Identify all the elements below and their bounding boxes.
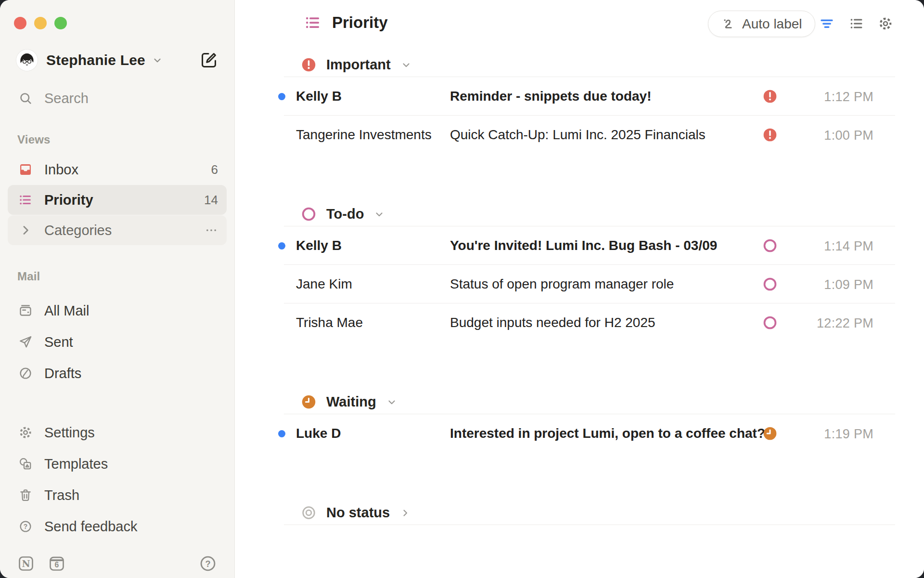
templates-icon [18,457,33,471]
inbox-icon [18,162,33,177]
group-header-no-status[interactable]: No status [284,501,895,525]
sidebar-item-inbox[interactable]: Inbox 6 [8,155,227,184]
todo-status-icon [301,206,317,222]
email-sender: Tangerine Investments [284,127,450,143]
chevron-right-icon[interactable] [399,507,411,519]
sidebar-item-all-mail[interactable]: All Mail [8,296,227,326]
views-section-label: Views [17,133,51,146]
avatar [16,50,38,71]
email-time: 1:19 PM [824,427,873,442]
todo-status-icon[interactable] [762,238,778,253]
send-icon [18,335,33,349]
todo-status-icon[interactable] [762,315,778,330]
user-name: Stephanie Lee [46,52,145,68]
email-list: Important Kelly B Reminder - snippets du… [284,0,895,578]
group-label: No status [326,505,390,521]
account-switcher[interactable]: Stephanie Lee [16,48,220,72]
sidebar-item-settings[interactable]: Settings [8,418,227,447]
group-no-status: No status [284,501,895,525]
minimize-window-button[interactable] [34,17,47,29]
svg-text:N: N [22,558,30,569]
sidebar-item-label: Send feedback [44,519,137,535]
unread-dot [278,242,285,250]
email-row[interactable]: Trisha Mae Budget inputs needed for H2 2… [284,303,895,342]
group-todo: To-do Kelly B You're Invited! Lumi Inc. … [284,202,895,342]
close-window-button[interactable] [14,17,26,29]
priority-list-icon [18,193,33,207]
email-row[interactable]: Kelly B Reminder - snippets due today! 1… [284,77,895,116]
all-mail-icon [18,303,33,318]
search-placeholder: Search [44,91,89,106]
sidebar-item-label: Templates [44,456,108,472]
compose-icon[interactable] [200,51,218,69]
group-label: Waiting [326,394,376,410]
search-field[interactable]: Search [18,88,89,109]
window-controls [14,17,67,29]
question-circle-icon: ? [18,519,33,534]
email-time: 1:12 PM [824,90,873,105]
email-time: 1:14 PM [824,239,873,254]
svg-text:?: ? [205,559,210,569]
email-time: 1:09 PM [824,277,873,292]
gear-icon [18,425,33,440]
sidebar-item-templates[interactable]: Templates [8,449,227,479]
sidebar-item-trash[interactable]: Trash [8,480,227,510]
waiting-status-icon[interactable] [762,426,778,441]
sidebar-item-send-feedback[interactable]: ? Send feedback [8,512,227,541]
group-header-todo[interactable]: To-do [284,202,895,226]
sidebar: Stephanie Lee Search Views Inbox 6 Prio [0,0,235,578]
todo-status-icon[interactable] [762,276,778,292]
email-sender: Kelly B [284,89,450,104]
group-important: Important Kelly B Reminder - snippets du… [284,53,895,154]
sidebar-item-label: Inbox [44,162,78,178]
group-header-important[interactable]: Important [284,53,895,77]
notion-logo-icon[interactable]: N [17,555,35,572]
sidebar-item-label: Trash [44,487,79,503]
sidebar-item-label: Priority [44,192,93,208]
sidebar-item-label: Categories [44,223,112,238]
group-waiting: Waiting Luke D Interested in project Lum… [284,390,895,453]
sidebar-item-priority[interactable]: Priority 14 [8,185,227,215]
group-label: Important [326,57,391,73]
unread-dot [278,93,285,100]
help-icon[interactable]: ? [199,554,217,573]
sidebar-item-sent[interactable]: Sent [8,327,227,357]
email-row[interactable]: Kelly B You're Invited! Lumi Inc. Bug Ba… [284,226,895,265]
email-row[interactable]: Tangerine Investments Quick Catch-Up: Lu… [284,116,895,154]
email-row[interactable]: Jane Kim Status of open program manager … [284,265,895,303]
important-status-icon [301,57,317,73]
sidebar-bottom-bar: N 6 ? [17,552,217,575]
mail-section-label: Mail [17,270,40,283]
group-label: To-do [326,206,364,222]
priority-count: 14 [204,193,218,208]
search-icon [18,91,33,105]
sidebar-item-drafts[interactable]: Drafts [8,358,227,388]
email-time: 1:00 PM [824,128,873,143]
important-status-icon[interactable] [762,89,778,104]
calendar-icon[interactable]: 6 [48,555,65,572]
email-sender: Kelly B [284,238,450,253]
email-row[interactable]: Luke D Interested in project Lumi, open … [284,414,895,453]
sidebar-item-label: Sent [44,334,73,350]
email-sender: Trisha Mae [284,315,450,330]
inbox-count: 6 [211,162,218,177]
svg-text:?: ? [24,523,27,530]
group-header-waiting[interactable]: Waiting [284,390,895,414]
main-content: Priority Auto label [235,0,924,578]
sidebar-item-categories[interactable]: Categories [8,215,227,245]
draft-icon [18,366,33,381]
chevron-right-icon[interactable] [18,223,33,237]
chevron-down-icon[interactable] [386,396,398,408]
more-icon[interactable] [205,223,218,237]
email-time: 12:22 PM [817,316,873,331]
important-status-icon[interactable] [762,127,778,143]
svg-text:6: 6 [55,561,59,569]
zoom-window-button[interactable] [54,17,67,29]
chevron-down-icon [152,55,163,66]
chevron-down-icon[interactable] [373,209,385,220]
mail-app-window: Stephanie Lee Search Views Inbox 6 Prio [0,0,924,578]
no-status-icon [301,505,317,521]
chevron-down-icon[interactable] [400,59,412,71]
trash-icon [18,488,33,502]
sidebar-item-label: Settings [44,425,95,441]
